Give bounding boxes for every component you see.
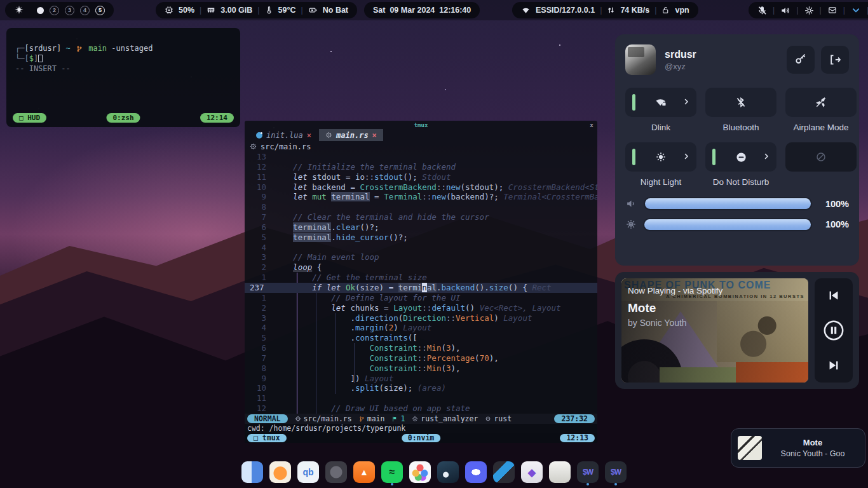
clock-island[interactable]: Sat 09 Mar 2024 12:16:40	[364, 2, 480, 18]
system-tray-island	[749, 2, 868, 18]
code-area[interactable]: 1312 // Initialize the terminal backend1…	[245, 152, 597, 414]
tab-init-lua[interactable]: init.lua ×	[250, 129, 318, 141]
code-line: 3 .direction(Direction::Vertical) Layout	[245, 313, 597, 323]
photos-icon[interactable]	[409, 461, 431, 485]
firefox-icon[interactable]	[269, 461, 291, 485]
microphone-muted-icon[interactable]	[757, 6, 767, 15]
wezterm-1-icon[interactable]: $W	[577, 461, 599, 485]
qbittorrent-icon[interactable]: qb	[297, 461, 319, 485]
spotify-icon[interactable]: ≈	[381, 461, 403, 485]
do-not-disturb-icon	[735, 151, 747, 163]
window-manager-icon[interactable]	[325, 461, 347, 485]
chevron-right-icon[interactable]	[682, 97, 690, 106]
user-avatar[interactable]	[625, 44, 656, 75]
rust-file-icon	[485, 416, 491, 422]
prompt-path: ~	[65, 44, 70, 53]
tmux-session-pill[interactable]: 0:zsh	[106, 113, 140, 123]
brightness-value: 100%	[818, 219, 849, 229]
night-light-toggle-button[interactable]	[625, 142, 696, 172]
cursor-position: 237:32	[554, 414, 595, 423]
workspace-2[interactable]: 2	[50, 6, 59, 15]
tmux-statusbar: □ tmux 0:nvim 12:13	[245, 433, 597, 443]
dnd-toggle-button[interactable]	[705, 142, 776, 172]
active-indicator	[632, 94, 635, 111]
toggle-label	[785, 177, 857, 188]
toggle-label: Dlink	[625, 123, 696, 133]
stats-island: 50% 3.00 GiB 59°C No Bat	[156, 2, 357, 18]
bluetooth-off-icon	[735, 97, 747, 108]
bluetooth-toggle-button[interactable]	[705, 88, 776, 117]
album-art[interactable]: SHAPE OF PUNK TO COME A CHIMERICAL BOMBI…	[621, 278, 808, 383]
settings-gear-icon[interactable]	[804, 6, 814, 15]
tab-main-rs[interactable]: main.rs ×	[319, 129, 383, 141]
tmux-session-name[interactable]: □ tmux	[247, 434, 287, 442]
code-line: 8	[245, 202, 597, 212]
obsidian-icon[interactable]: ◆	[521, 461, 543, 485]
tmux-hud-pill[interactable]: □ HUD	[13, 113, 46, 123]
previous-track-button[interactable]	[827, 288, 841, 302]
speaker-icon[interactable]	[780, 6, 790, 15]
steam-icon[interactable]	[437, 461, 459, 485]
tab-close-icon[interactable]: ×	[372, 131, 377, 140]
next-track-button[interactable]	[827, 358, 841, 372]
sun-icon	[655, 151, 667, 163]
memory-usage: 3.00 GiB	[220, 6, 252, 15]
lua-file-icon	[256, 132, 262, 139]
discord-icon[interactable]	[465, 461, 487, 485]
chevron-right-icon[interactable]	[682, 152, 690, 161]
logout-button[interactable]	[821, 46, 849, 74]
chevron-down-icon[interactable]	[851, 6, 861, 15]
code-line: 7 // Clear the terminal and hide the cur…	[245, 212, 597, 222]
line-number: 4	[245, 323, 274, 333]
code-line: 9 ]) Layout	[245, 374, 597, 384]
disabled-toggle-button[interactable]	[785, 142, 857, 172]
prompt-user: [srdusr]	[24, 44, 61, 53]
airplane-off-icon	[815, 97, 827, 108]
editor-tabline: init.lua × main.rs ×	[245, 129, 597, 141]
toggle-label: Bluetooth	[705, 123, 776, 133]
statusline-filetype: rust	[485, 414, 512, 423]
workspace-4[interactable]: 4	[80, 6, 90, 15]
volume-slider[interactable]	[645, 198, 811, 209]
line-number: 12	[245, 403, 274, 414]
editor-cmdline: cwd: /home/srdusr/projects/typerpunk	[245, 424, 597, 433]
editor-window[interactable]: tmux x init.lua × main.rs × src/main.rs …	[245, 121, 597, 443]
vscode-icon[interactable]	[493, 461, 515, 485]
line-number: 1	[245, 273, 274, 283]
tmux-window-titlebar: tmux x	[245, 121, 597, 129]
wezterm-2-icon[interactable]: $W	[605, 461, 627, 485]
workspace-5[interactable]: 5	[95, 6, 105, 15]
tab-close-icon[interactable]: ×	[307, 131, 311, 140]
terminal-window[interactable]: ┌─[srdusr] ~ main -unstaged └─[$] -- INS…	[6, 28, 240, 127]
keyring-button[interactable]	[787, 46, 815, 74]
trash-icon[interactable]	[549, 461, 571, 485]
top-status-bar: 2345 50% 3.00 GiB 59°C No Bat Sat 09 Mar…	[0, 0, 868, 20]
tmux-window-name[interactable]: 0:nvim	[402, 434, 441, 442]
line-number: 12	[245, 162, 274, 172]
window-close-button[interactable]: x	[586, 122, 597, 128]
workspaces: 2345	[37, 6, 105, 15]
vlc-icon[interactable]: ▲	[353, 461, 375, 485]
line-number: 5	[245, 233, 274, 243]
line-number: 2	[245, 262, 274, 273]
terminal-mode-indicator: -- INSERT --	[15, 64, 231, 74]
line-number: 4	[245, 243, 274, 253]
workspace-3[interactable]: 3	[65, 6, 74, 15]
wifi-toggle-button[interactable]	[625, 88, 696, 117]
user-handle: @xyz	[665, 62, 696, 71]
brightness-slider[interactable]	[644, 219, 811, 230]
code-line: 11 let stdout = io::stdout(); Stdout	[245, 172, 597, 182]
mail-icon[interactable]	[827, 6, 837, 15]
file-manager-icon[interactable]	[241, 461, 263, 485]
running-indicator	[391, 483, 393, 485]
launcher-star-icon[interactable]	[14, 5, 24, 15]
airplane-toggle-button[interactable]	[785, 88, 857, 117]
code-line: 2 loop {	[245, 262, 597, 273]
workspace-1[interactable]	[37, 7, 44, 14]
toggle-empty	[785, 142, 857, 188]
code-line: 3 // Main event loop	[245, 252, 597, 262]
prompt-git-status: -unstaged	[111, 44, 153, 53]
chevron-right-icon[interactable]	[763, 152, 770, 161]
brightness-slider-row: 100%	[625, 219, 849, 230]
pause-button[interactable]	[823, 320, 844, 341]
